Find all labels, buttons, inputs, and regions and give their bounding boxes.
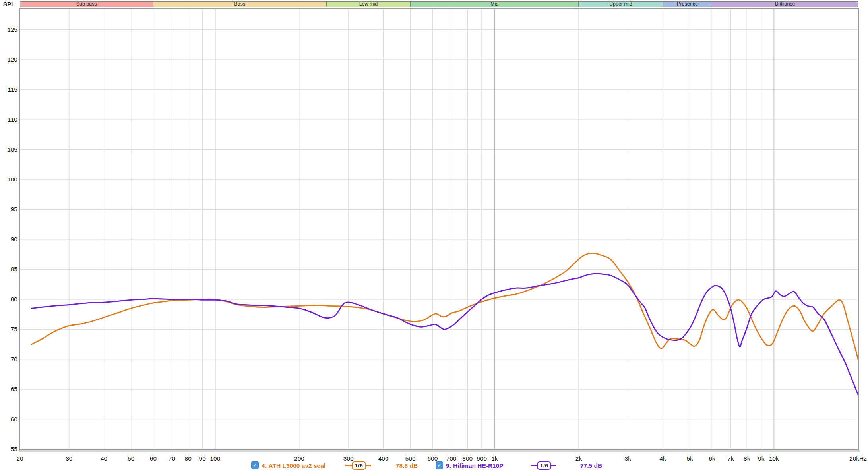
plot-border — [19, 8, 858, 450]
smoothing-control-hifiman-he-r10p[interactable]: 1/6 — [531, 461, 556, 470]
legend-checkbox-ath-l3000[interactable]: ✓ — [251, 461, 259, 469]
y-tick-label: 55 — [11, 446, 17, 452]
x-tick-label: 50 — [128, 455, 135, 462]
y-tick-label: 90 — [11, 236, 18, 243]
x-tick-label: 8k — [744, 455, 750, 462]
x-tick-label: 400 — [378, 455, 389, 462]
x-tick-label: 60 — [150, 455, 157, 462]
checkmark-icon: ✓ — [437, 462, 442, 468]
x-tick-label: 100 — [210, 455, 220, 462]
smoothing-value: 1/6 — [355, 463, 363, 469]
x-tick-label: 200 — [294, 455, 304, 462]
smoothing-box: 1/6 — [537, 461, 551, 470]
legend-checkbox-hifiman-he-r10p[interactable]: ✓ — [436, 461, 443, 469]
x-tick-label: 90 — [199, 455, 206, 462]
x-tick-label: 40 — [101, 455, 108, 462]
y-tick-label: 95 — [11, 206, 17, 212]
smoothing-box: 1/6 — [352, 461, 366, 470]
x-tick-label: 700 — [446, 455, 457, 462]
x-tick-label: 6k — [709, 455, 715, 462]
smoothing-control-ath-l3000[interactable]: 1/6 — [345, 461, 371, 470]
x-tick-label: 9k — [758, 455, 765, 462]
x-tick-label: 5k — [687, 455, 694, 462]
series-line-sample — [531, 465, 537, 466]
series-line-sample — [345, 465, 352, 466]
x-tick-label: 7k — [727, 455, 734, 462]
level-readout-ath-l3000: 78.8 dB — [396, 462, 418, 469]
y-tick-label: 110 — [8, 116, 17, 123]
y-tick-label: 60 — [11, 416, 18, 423]
x-tick-label: 2k — [575, 455, 582, 462]
x-tick-label: 500 — [405, 455, 416, 462]
plot-area[interactable]: 5560657075808590951001051101151201252030… — [0, 0, 868, 473]
y-tick-label: 105 — [7, 146, 17, 153]
x-tick-label: 70 — [169, 455, 176, 462]
y-tick-label: 75 — [11, 326, 17, 332]
y-tick-label: 85 — [11, 266, 17, 272]
legend-label-hifiman-he-r10p[interactable]: 9: Hifiman HE-R10P — [446, 462, 504, 469]
legend-label-ath-l3000[interactable]: 4: ATH L3000 av2 seal — [262, 462, 326, 469]
x-tick-label: 10k — [769, 455, 779, 462]
x-tick-label: 800 — [462, 455, 473, 462]
smoothing-value: 1/6 — [540, 463, 548, 469]
x-tick-label: 1k — [491, 455, 498, 462]
curve-9-hifiman-he-r10p — [31, 274, 858, 395]
y-tick-label: 65 — [11, 386, 17, 392]
y-tick-label: 115 — [8, 86, 17, 93]
x-tick-label: 600 — [427, 455, 438, 462]
x-tick-label: 20kHz — [849, 455, 867, 462]
x-tick-label: 4k — [659, 455, 666, 462]
x-tick-label: 3k — [625, 455, 632, 462]
series-line-sample — [551, 465, 556, 466]
y-tick-label: 80 — [11, 296, 18, 303]
checkmark-icon: ✓ — [253, 462, 257, 468]
series-line-sample — [366, 465, 371, 466]
y-tick-label: 125 — [7, 26, 17, 33]
x-tick-label: 20 — [16, 455, 23, 462]
y-tick-label: 100 — [7, 176, 17, 183]
axis-baseline — [19, 450, 859, 452]
y-tick-label: 120 — [7, 56, 17, 63]
x-tick-label: 80 — [185, 455, 192, 462]
level-readout-hifiman-he-r10p: 77.5 dB — [580, 462, 602, 469]
x-tick-label: 30 — [66, 455, 73, 462]
y-tick-label: 70 — [11, 356, 18, 363]
x-tick-label: 900 — [477, 455, 487, 462]
rew-spl-graph-window: SPL Sub bassBassLow midMidUpper midPrese… — [0, 0, 868, 473]
